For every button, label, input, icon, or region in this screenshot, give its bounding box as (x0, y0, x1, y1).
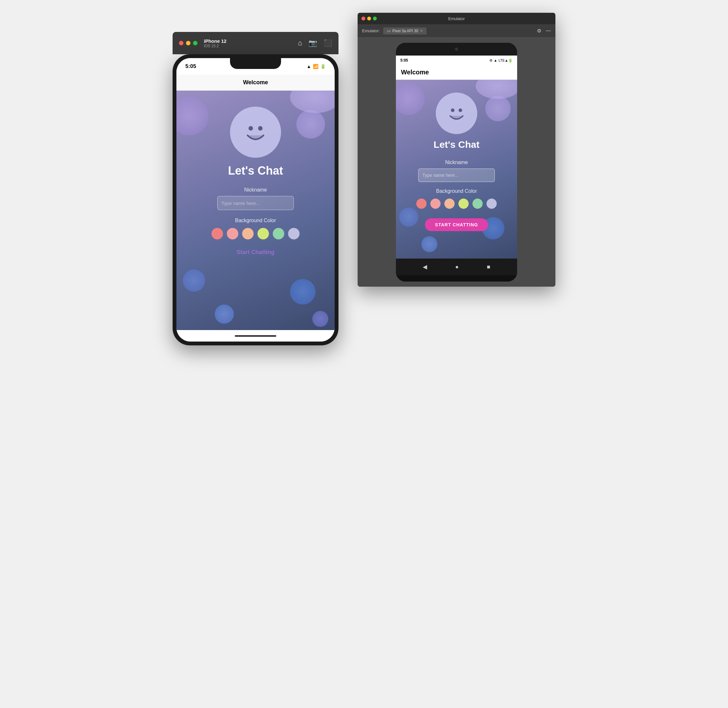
android-nav-bar: Welcome (396, 65, 517, 80)
ios-nickname-input[interactable] (217, 196, 294, 210)
dot-yellow[interactable] (186, 41, 190, 45)
android-nickname-input[interactable] (418, 168, 495, 182)
share-icon[interactable]: ⬛ (323, 39, 332, 47)
android-app-title: Let's Chat (434, 139, 479, 150)
close-tab-icon[interactable]: ✕ (420, 29, 423, 33)
android-blob-3 (399, 207, 418, 226)
emulator-window-controls (362, 17, 377, 20)
settings-icon[interactable]: ⚙ (537, 28, 541, 34)
ios-phone-body: 5:05 ▲ 📶 🔋 Welcome (172, 54, 339, 345)
blob-4 (290, 279, 316, 305)
minimize-icon[interactable]: — (546, 28, 551, 34)
android-blob-top (476, 80, 517, 99)
emulator-tab-label: Pixel 3a API 30 (392, 29, 418, 33)
ios-nav-bar: Welcome (177, 75, 335, 91)
battery-icon: 🔋 (320, 64, 326, 69)
svg-point-0 (249, 126, 253, 131)
svg-point-1 (258, 126, 263, 131)
ios-device-version: iOS 15.2 (204, 44, 298, 48)
android-nav-title: Welcome (401, 69, 429, 76)
home-icon[interactable]: ⌂ (298, 39, 302, 47)
blob-top (290, 91, 335, 113)
ios-app-content: Let's Chat Nickname Background Color (177, 91, 335, 330)
ios-toolbar-info: iPhone 12 iOS 15.2 (204, 38, 298, 48)
color-swatch-peach[interactable] (242, 228, 253, 239)
android-back-button[interactable]: ◀ (423, 263, 427, 270)
emulator-minimize-dot[interactable] (367, 17, 371, 20)
smiley-svg (240, 116, 272, 148)
ios-nickname-label: Nickname (244, 187, 267, 193)
ios-home-indicator (235, 335, 276, 337)
android-color-red[interactable] (416, 199, 427, 209)
blob-2 (297, 110, 325, 139)
android-simulator: Emulator Emulator: ▭ Pixel 3a API 30 ✕ ⚙… (357, 13, 556, 287)
android-bottom-nav: ◀ ● ■ (396, 258, 517, 275)
android-signal-icon: ⚙ (489, 58, 492, 62)
android-nickname-label: Nickname (445, 160, 467, 165)
ios-app-title: Let's Chat (228, 164, 283, 177)
ios-notch (230, 58, 281, 69)
screenshot-icon[interactable]: 📷 (308, 39, 317, 47)
color-swatch-pink[interactable] (227, 228, 238, 239)
color-swatch-lavender[interactable] (288, 228, 300, 239)
android-smiley-svg (444, 100, 469, 126)
signal-icon: 📶 (313, 64, 318, 69)
ios-toolbar-icons: ⌂ 📷 ⬛ (298, 39, 332, 47)
android-color-green[interactable] (472, 199, 483, 209)
device-icon: ▭ (387, 29, 391, 33)
android-color-peach[interactable] (444, 199, 454, 209)
dot-red[interactable] (179, 41, 184, 45)
android-battery-icon: LTE▲🔋 (499, 58, 513, 62)
emulator-window-title: Emulator (448, 16, 465, 21)
color-swatch-yellow[interactable] (258, 228, 269, 239)
ios-device-name: iPhone 12 (204, 38, 298, 44)
blob-5 (215, 305, 234, 324)
android-color-lavender[interactable] (486, 199, 497, 209)
android-blob-2 (485, 96, 511, 121)
android-app-content: Let's Chat Nickname Background Color (396, 80, 517, 258)
emulator-toolbar-icons: ⚙ — (537, 28, 551, 34)
android-blob-1 (396, 83, 425, 115)
android-time: 5:05 (400, 58, 408, 62)
android-bottom-bezel (396, 275, 517, 281)
android-home-button[interactable]: ● (455, 264, 459, 270)
android-status-bar: 5:05 ⚙ ▲ LTE▲🔋 (396, 55, 517, 65)
ios-nav-title: Welcome (243, 79, 268, 86)
wifi-icon: ▲ (307, 64, 311, 69)
ios-simulator: iPhone 12 iOS 15.2 ⌂ 📷 ⬛ 5:05 ▲ 📶 🔋 (172, 32, 339, 345)
blob-1 (177, 97, 208, 135)
android-phone-wrap: 5:05 ⚙ ▲ LTE▲🔋 Welcome (357, 38, 556, 287)
ios-toolbar: iPhone 12 iOS 15.2 ⌂ 📷 ⬛ (172, 32, 339, 54)
android-status-icons: ⚙ ▲ LTE▲🔋 (489, 58, 513, 62)
ios-status-icons: ▲ 📶 🔋 (307, 64, 326, 69)
ios-color-swatches (211, 228, 300, 239)
android-smiley-icon (436, 93, 477, 134)
android-camera (455, 48, 458, 51)
blob-3 (183, 270, 205, 292)
ios-toolbar-dots (179, 41, 197, 45)
android-color-yellow[interactable] (459, 199, 469, 209)
android-color-label: Background Color (436, 188, 477, 194)
ios-phone-inner: 5:05 ▲ 📶 🔋 Welcome (177, 58, 335, 342)
emulator-device-tab[interactable]: ▭ Pixel 3a API 30 ✕ (383, 28, 427, 35)
android-wifi-icon: ▲ (494, 58, 497, 62)
emulator-window: Emulator Emulator: ▭ Pixel 3a API 30 ✕ ⚙… (357, 13, 556, 287)
android-start-button[interactable]: START CHATTING (425, 218, 488, 231)
color-swatch-green[interactable] (273, 228, 284, 239)
ios-start-button[interactable]: Start Chatting (237, 249, 275, 256)
emulator-close-dot[interactable] (362, 17, 365, 20)
dot-green[interactable] (193, 41, 197, 45)
svg-point-3 (459, 109, 462, 112)
ios-home-bar (177, 330, 335, 342)
ios-status-bar: 5:05 ▲ 📶 🔋 (177, 58, 335, 75)
emulator-maximize-dot[interactable] (373, 17, 377, 20)
android-recents-button[interactable]: ■ (487, 264, 490, 270)
android-phone-body: 5:05 ⚙ ▲ LTE▲🔋 Welcome (396, 43, 517, 281)
ios-smiley-icon (230, 107, 281, 158)
android-color-pink[interactable] (430, 199, 441, 209)
android-blob-5 (421, 236, 437, 252)
emulator-toolbar: Emulator: ▭ Pixel 3a API 30 ✕ ⚙ — (357, 24, 556, 38)
emulator-titlebar: Emulator (357, 13, 556, 24)
svg-point-2 (451, 109, 454, 112)
color-swatch-red[interactable] (211, 228, 223, 239)
